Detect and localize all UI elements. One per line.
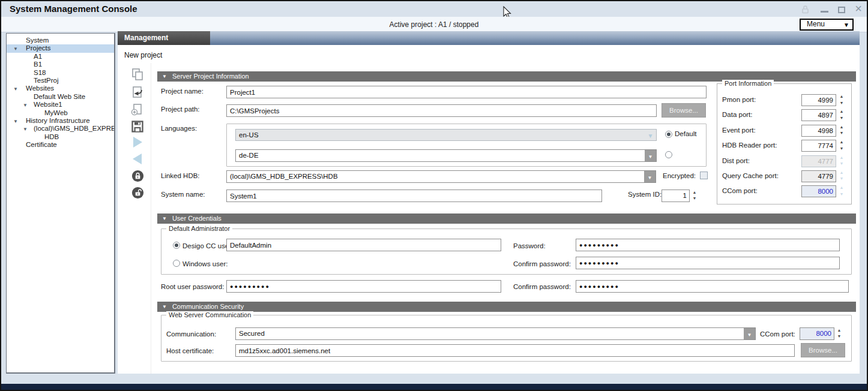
port-spinner-arrows[interactable]	[838, 94, 845, 106]
tree-item[interactable]: History Infrastructure	[7, 117, 114, 125]
tree-item[interactable]: MyWeb	[7, 109, 114, 117]
port-value-input[interactable]: 4777	[801, 155, 836, 167]
ccom-port-spinner[interactable]: 8000	[800, 327, 834, 340]
system-name-input[interactable]	[226, 190, 602, 202]
port-spinner-arrows[interactable]	[838, 139, 845, 152]
new-project-icon[interactable]	[129, 102, 146, 118]
import-project-icon[interactable]	[129, 85, 146, 100]
port-value-input[interactable]: 4999	[801, 94, 836, 106]
dropdown-arrow-icon[interactable]	[645, 150, 656, 161]
tree-item[interactable]: (local)\GMS_HDB_EXPRESS	[7, 125, 114, 133]
maximize-button[interactable]	[838, 7, 845, 13]
port-spinner-arrows[interactable]	[838, 155, 845, 167]
port-value-input[interactable]: 4779	[801, 170, 836, 182]
spin-down-icon[interactable]	[838, 115, 845, 122]
language-default-radio-2[interactable]	[665, 151, 672, 158]
close-button[interactable]	[855, 1, 862, 16]
spin-up-icon[interactable]	[838, 94, 845, 100]
system-id-spinner-arrows[interactable]	[691, 190, 698, 202]
project-path-browse-button[interactable]: Browse...	[662, 103, 706, 118]
spin-up-icon[interactable]	[838, 155, 845, 161]
tree-item[interactable]: B1	[7, 61, 114, 68]
port-value-input[interactable]: 4897	[801, 109, 836, 121]
desigo-cc-user-label: Desigo CC user:	[182, 242, 233, 249]
spin-up-icon[interactable]	[836, 327, 843, 333]
tree-item[interactable]: A1	[7, 53, 114, 61]
expander-icon[interactable]	[23, 125, 28, 134]
expander-icon[interactable]	[13, 44, 18, 53]
spin-down-icon[interactable]	[836, 333, 843, 339]
linked-hdb-combo[interactable]: (local)\GMS_HDB_EXPRESS\HDB	[226, 170, 656, 183]
web-server-communication-title: Web Server Communication	[166, 311, 253, 318]
spin-up-icon[interactable]	[838, 170, 845, 176]
desigo-cc-user-radio[interactable]	[173, 242, 180, 249]
port-value-input[interactable]: 7774	[801, 140, 836, 152]
port-value-input[interactable]: 4998	[801, 125, 836, 137]
tree-item[interactable]: HDB	[7, 133, 114, 141]
spin-down-icon[interactable]	[691, 196, 698, 201]
expander-icon[interactable]	[13, 117, 18, 126]
spin-up-icon[interactable]	[838, 185, 845, 191]
port-value-input[interactable]: 8000	[801, 185, 836, 197]
tree-item[interactable]: Default Web Site	[7, 93, 114, 101]
port-spinner-arrows[interactable]	[838, 185, 845, 197]
password-input[interactable]	[576, 239, 840, 251]
spin-down-icon[interactable]	[838, 191, 845, 198]
confirm-password-input[interactable]	[576, 257, 840, 269]
spin-down-icon[interactable]	[838, 161, 845, 167]
window-title: System Management Console	[10, 4, 137, 14]
section-header-communication-security[interactable]: Communication Security	[157, 302, 856, 312]
language-default-radio-1[interactable]	[665, 131, 672, 138]
host-certificate-input[interactable]	[235, 344, 795, 357]
menu-dropdown[interactable]: Menu	[800, 19, 854, 31]
ccom-port-spinner-arrows[interactable]	[836, 327, 843, 340]
tree-item[interactable]: System	[7, 37, 114, 44]
spin-up-icon[interactable]	[838, 124, 845, 131]
project-name-input[interactable]	[226, 86, 707, 98]
root-confirm-password-input[interactable]	[576, 280, 849, 293]
spin-down-icon[interactable]	[838, 176, 845, 182]
language-secondary-combo[interactable]: de-DE	[235, 149, 657, 162]
minimize-button[interactable]	[821, 11, 828, 13]
lock-icon[interactable]	[129, 168, 146, 184]
tree-item[interactable]: TestProj	[7, 77, 114, 85]
copy-icon[interactable]	[129, 67, 146, 82]
tab-management[interactable]: Management	[118, 31, 210, 45]
tree-item[interactable]: Certificate	[7, 141, 114, 149]
project-path-input[interactable]	[226, 104, 657, 117]
communication-label: Communication:	[166, 330, 216, 338]
communication-combo[interactable]: Secured	[235, 327, 756, 340]
port-spinner-arrows[interactable]	[838, 109, 845, 121]
root-password-input[interactable]	[226, 280, 501, 293]
port-spinner-arrows[interactable]	[838, 124, 845, 137]
port-spinner-arrows[interactable]	[838, 170, 845, 182]
spin-up-icon[interactable]	[838, 109, 845, 115]
desigo-cc-user-input[interactable]	[226, 239, 501, 251]
expander-icon[interactable]	[23, 101, 28, 110]
tree-item[interactable]: Websites	[7, 85, 114, 92]
project-path-label: Project path:	[161, 106, 200, 113]
windows-user-radio[interactable]	[173, 260, 180, 267]
tree-item[interactable]: S18	[7, 69, 114, 77]
start-project-icon[interactable]	[129, 134, 146, 150]
spin-up-icon[interactable]	[838, 139, 845, 146]
unlock-icon[interactable]	[129, 185, 146, 200]
expander-icon[interactable]	[13, 85, 18, 94]
previous-icon[interactable]	[129, 151, 146, 167]
spin-down-icon[interactable]	[838, 100, 845, 107]
section-header-user-credentials[interactable]: User Credentials	[157, 213, 856, 224]
system-id-spinner[interactable]: 1	[662, 190, 690, 202]
tree-item[interactable]: Projects	[7, 44, 114, 52]
dropdown-arrow-icon[interactable]	[744, 328, 755, 339]
host-certificate-browse-button[interactable]: Browse...	[801, 343, 845, 357]
spin-up-icon[interactable]	[691, 190, 698, 196]
status-bar: Active project : A1 / stopped Menu	[1, 17, 867, 32]
tree-item[interactable]: Website1	[7, 101, 114, 109]
save-icon[interactable]	[129, 119, 146, 134]
dropdown-arrow-icon[interactable]	[644, 171, 656, 182]
port-label: Event port:	[722, 127, 756, 134]
spin-down-icon[interactable]	[838, 146, 845, 152]
spin-down-icon[interactable]	[838, 130, 845, 137]
encrypted-checkbox[interactable]	[700, 172, 708, 179]
port-label: HDB Reader port:	[722, 142, 777, 149]
